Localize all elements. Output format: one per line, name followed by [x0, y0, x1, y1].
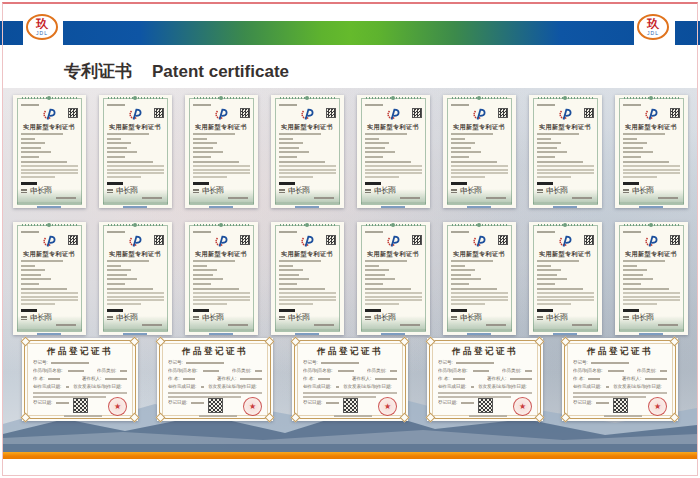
- director-signature: 申长雨: [29, 313, 51, 322]
- field-label-author: 作 者:: [33, 376, 45, 381]
- signature-row: 申长雨: [623, 314, 653, 322]
- director-signature: 申长雨: [373, 313, 395, 322]
- certificate-caption-line: [639, 206, 663, 208]
- patent-certificate: 实用新型专利证书 申长雨: [271, 222, 344, 335]
- patent-certificate: 实用新型专利证书 申长雨: [615, 222, 688, 335]
- patent-certificate: 实用新型专利证书 申长雨: [443, 95, 516, 208]
- qr-code-icon: [584, 235, 594, 245]
- patent-certificate: 实用新型专利证书 申长雨: [99, 95, 172, 208]
- cnipa-emblem-icon: [472, 107, 486, 120]
- qr-code-icon: [68, 235, 78, 245]
- work-certificate-title: 作品登记证书: [22, 346, 138, 358]
- director-label: [279, 188, 285, 194]
- cnipa-emblem-icon: [42, 107, 56, 120]
- certificate-top-ornament: [108, 97, 163, 99]
- field-label-category: 作品类别:: [232, 368, 251, 373]
- director-label: [623, 315, 629, 321]
- director-signature: 申长雨: [287, 313, 309, 322]
- director-signature: 申长雨: [29, 186, 51, 195]
- cnipa-emblem-icon: [644, 234, 658, 247]
- issue-date-line: [658, 197, 678, 199]
- cnipa-emblem-icon: [300, 107, 314, 120]
- patent-certificate: 实用新型专利证书 申长雨: [13, 222, 86, 335]
- certificate-top-ornament: [452, 97, 507, 99]
- patent-certificate-title: 实用新型专利证书: [357, 123, 430, 132]
- field-label-reg-no: 登记号:: [168, 360, 183, 365]
- certificate-top-ornament: [538, 224, 593, 226]
- certificate-top-ornament: [194, 97, 249, 99]
- director-signature: 申长雨: [545, 186, 567, 195]
- corner-ornament: [400, 413, 410, 423]
- certificate-number-line: [365, 104, 383, 106]
- field-label-reg-no: 登记号:: [33, 360, 48, 365]
- certificate-number-line: [193, 104, 211, 106]
- certificate-body-text: [451, 133, 508, 180]
- certificate-number-line: [193, 231, 211, 233]
- certificate-number-line: [279, 231, 297, 233]
- qr-code-icon: [154, 235, 164, 245]
- certificate-body-text: [537, 133, 594, 180]
- certificate-caption-line: [295, 333, 319, 335]
- patent-certificate: 实用新型专利证书 申长雨: [615, 95, 688, 208]
- logo-character: 玖: [36, 18, 48, 30]
- red-star-seal-icon: ★: [243, 397, 262, 416]
- page-title: 专利证书 Patent certificate: [64, 60, 289, 83]
- field-label-completion-date: 创作完成日期:: [573, 385, 601, 390]
- patent-certificate-title: 实用新型专利证书: [13, 250, 86, 259]
- logo-character: 玖: [647, 18, 659, 30]
- red-star-seal-icon: ★: [378, 397, 397, 416]
- director-label: [451, 315, 457, 321]
- field-label-rights-holder: 著作权人:: [82, 376, 101, 381]
- cnipa-emblem-icon: [128, 107, 142, 120]
- certificate-top-ornament: [366, 97, 421, 99]
- certificate-caption-line: [123, 333, 147, 335]
- cnipa-emblem-icon: [472, 234, 486, 247]
- qr-code-icon: [208, 398, 223, 413]
- field-label-author: 作 者:: [573, 376, 585, 381]
- barcode-bar: [107, 309, 123, 312]
- red-star-seal-icon: ★: [648, 397, 667, 416]
- director-label: [21, 188, 27, 194]
- field-label-work-name: 作品/制品名称:: [168, 368, 198, 373]
- qr-code-icon: [478, 398, 493, 413]
- issue-date-line: [142, 324, 162, 326]
- qr-code-icon: [326, 235, 336, 245]
- barcode-bar: [193, 182, 209, 185]
- barcode-bar: [193, 309, 209, 312]
- director-label: [107, 315, 113, 321]
- issue-date-line: [486, 197, 506, 199]
- certificate-number-line: [107, 104, 125, 106]
- certificate-top-ornament: [280, 224, 335, 226]
- work-certificate-row: 作品登记证书 登记号: 作品/制品名称: 作品类别: 作 者: 著作权人: 创作…: [3, 338, 697, 421]
- certificate-body-text: [623, 133, 680, 180]
- certificate-caption-line: [37, 333, 61, 335]
- field-label-completion-date: 创作完成日期:: [303, 385, 331, 390]
- certificate-number-line: [279, 104, 297, 106]
- signature-row: 申长雨: [451, 314, 481, 322]
- signature-row: 申长雨: [193, 187, 223, 195]
- work-registration-certificate: 作品登记证书 登记号: 作品/制品名称: 作品类别: 作 者: 著作权人: 创作…: [427, 338, 543, 421]
- director-signature: 申长雨: [201, 313, 223, 322]
- certificate-body-text: [451, 260, 508, 307]
- certificate-number-line: [107, 231, 125, 233]
- certificate-caption-line: [199, 415, 237, 417]
- certificate-caption-line: [553, 333, 577, 335]
- patent-certificate-title: 实用新型专利证书: [443, 250, 516, 259]
- certificate-number-line: [451, 104, 469, 106]
- certificate-top-ornament: [538, 97, 593, 99]
- field-label-rights-holder: 著作权人:: [352, 376, 371, 381]
- field-label-category: 作品类别:: [502, 368, 521, 373]
- corner-ornament: [535, 413, 545, 423]
- certificate-top-ornament: [108, 224, 163, 226]
- logo-subtext: JDL: [647, 31, 659, 36]
- cnipa-emblem-icon: [300, 234, 314, 247]
- certificate-top-ornament: [624, 97, 679, 99]
- director-label: [21, 315, 27, 321]
- patent-certificate-title: 实用新型专利证书: [529, 123, 602, 132]
- barcode-bar: [537, 309, 553, 312]
- qr-code-icon: [412, 235, 422, 245]
- certificate-number-line: [21, 104, 39, 106]
- field-label-first-publish: 首次发表/出版/制作日期:: [208, 385, 257, 390]
- signature-row: 申长雨: [193, 314, 223, 322]
- field-label-reg-date: 登记日期:: [573, 401, 592, 406]
